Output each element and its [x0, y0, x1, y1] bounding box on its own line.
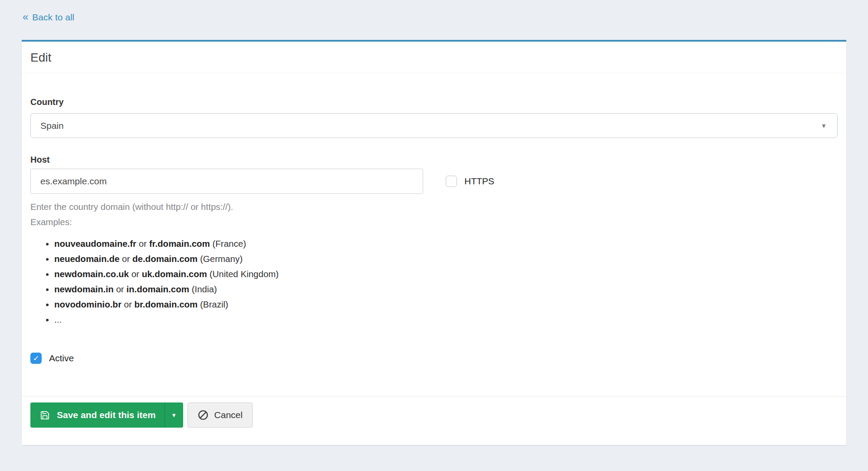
country-select[interactable]: Spain ▼ [30, 113, 838, 138]
example-separator: or [119, 254, 132, 264]
example-separator: or [129, 269, 142, 279]
example-country: (India) [189, 284, 217, 294]
list-item: neuedomain.de or de.domain.com (Germany) [54, 253, 838, 265]
ban-circle-icon [197, 409, 209, 421]
list-item: newdomain.in or in.domain.com (India) [54, 283, 838, 295]
example-domain: newdomain.in [54, 284, 114, 294]
https-checkbox[interactable]: ✓ [446, 176, 457, 187]
example-country: (United Kingdom) [207, 269, 279, 279]
example-domain: fr.domain.com [149, 239, 210, 249]
example-country: (Germany) [197, 254, 243, 264]
back-to-all-label: Back to all [32, 12, 74, 23]
double-angle-left-icon: « [23, 12, 28, 21]
page-background: «Back to all Edit Country Spain ▼ Host ✓ [0, 0, 868, 471]
country-select-value: Spain [40, 121, 64, 131]
list-item: nouveaudomaine.fr or fr.domain.com (Fran… [54, 238, 838, 249]
example-country: (France) [210, 239, 246, 249]
back-to-all-link[interactable]: «Back to all [23, 12, 74, 23]
save-dropdown-toggle[interactable]: ▼ [164, 402, 183, 428]
edit-panel: Edit Country Spain ▼ Host ✓ HTTPS [22, 40, 846, 445]
example-domain: uk.domain.com [142, 269, 207, 279]
https-label: HTTPS [464, 176, 494, 186]
cancel-button-label: Cancel [214, 410, 243, 420]
active-label: Active [49, 353, 74, 363]
host-input[interactable] [30, 169, 423, 194]
host-row: ✓ HTTPS [30, 169, 838, 194]
example-separator: or [122, 299, 135, 309]
example-domain: novodominio.br [54, 299, 122, 309]
example-separator: or [114, 284, 127, 294]
active-option[interactable]: ✓ Active [30, 353, 838, 396]
save-button[interactable]: Save and edit this item [30, 402, 164, 428]
check-icon: ✓ [33, 355, 39, 362]
example-domain: br.domain.com [135, 299, 198, 309]
chevron-down-icon: ▼ [821, 123, 827, 129]
form-actions: Save and edit this item ▼ Cancel [22, 396, 846, 445]
example-domain: newdomain.co.uk [54, 269, 129, 279]
host-help-text: Enter the country domain (without http:/… [30, 201, 838, 228]
example-domain: de.domain.com [132, 254, 197, 264]
example-country: (Brazil) [197, 299, 228, 309]
active-checkbox[interactable]: ✓ [30, 353, 42, 364]
save-floppy-icon [40, 410, 50, 420]
list-item: novodominio.br or br.domain.com (Brazil) [54, 298, 838, 310]
cancel-button[interactable]: Cancel [187, 402, 253, 428]
panel-header: Edit [22, 42, 846, 73]
host-help-line-2: Examples: [30, 216, 838, 228]
page-title: Edit [30, 50, 838, 65]
country-label: Country [30, 96, 838, 108]
country-field-group: Country Spain ▼ [30, 96, 838, 138]
https-option[interactable]: ✓ HTTPS [446, 176, 494, 187]
save-button-label: Save and edit this item [57, 410, 156, 420]
example-domain: neuedomain.de [54, 254, 119, 264]
host-field-group: Host ✓ HTTPS Enter the country domain (w… [30, 154, 838, 325]
example-separator: or [136, 239, 149, 249]
list-item: newdomain.co.uk or uk.domain.com (United… [54, 268, 838, 280]
list-item: ... [54, 314, 838, 325]
host-label: Host [30, 154, 838, 165]
domain-examples-list: nouveaudomaine.fr or fr.domain.com (Fran… [30, 238, 838, 325]
example-ellipsis: ... [54, 314, 62, 324]
example-domain: in.domain.com [126, 284, 189, 294]
breadcrumb: «Back to all [0, 0, 868, 25]
host-help-line-1: Enter the country domain (without http:/… [30, 201, 838, 213]
save-split-button: Save and edit this item ▼ [30, 402, 183, 428]
example-domain: nouveaudomaine.fr [54, 239, 136, 249]
edit-form: Country Spain ▼ Host ✓ HTTPS Enter the c… [22, 96, 846, 396]
caret-down-icon: ▼ [171, 412, 177, 419]
